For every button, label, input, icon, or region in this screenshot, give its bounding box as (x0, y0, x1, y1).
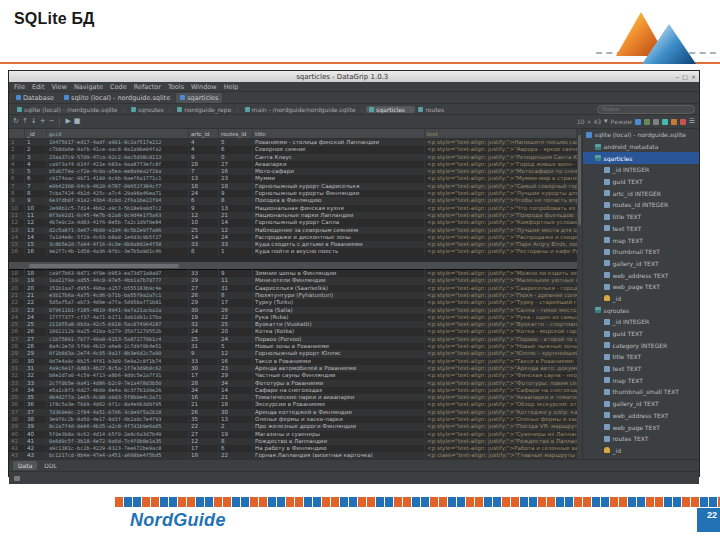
cell-routes-id[interactable]: 16 (219, 358, 253, 365)
cell-id[interactable]: 3 (25, 154, 47, 161)
cell-artc-id[interactable]: 29 (189, 299, 219, 306)
table-row[interactable]: 1 1 19475017-ed17-4adf-a901-8c2af517e212… (9, 139, 577, 146)
cell-artc-id[interactable]: 27 (189, 431, 219, 438)
cell-guid[interactable]: e5a1c8f3-6d27-4b90-8e4a-0c3f7b1d9e26 (47, 387, 189, 394)
cell-text[interactable]: <p style="text-align: justify;">"Финская… (425, 372, 577, 379)
cell-id[interactable]: 23 (25, 307, 47, 314)
cell-routes-id[interactable]: 34 (219, 380, 253, 387)
cell-routes-id[interactable]: 6 (219, 146, 253, 153)
cell-text[interactable]: <p style="text-align: justify;">"Коттедж… (425, 409, 577, 416)
cell-text[interactable]: <p style="text-align: justify;">"Обзор э… (425, 401, 577, 408)
cell-routes-id[interactable]: 24 (219, 234, 253, 241)
cell-title[interactable]: Рождество в Лапландии (253, 438, 425, 445)
cell-id[interactable]: 34 (25, 387, 47, 394)
cell-guid[interactable]: 19475017-ed17-4adf-a901-8c2af517e212 (47, 139, 189, 146)
cell-text[interactable]: <p class="text-align: justify;">"Главные… (425, 452, 577, 459)
cell-routes-id[interactable]: 6 (219, 445, 253, 452)
tree-item[interactable]: map TEXT (583, 374, 700, 386)
cell-routes-id[interactable]: 1 (219, 248, 253, 255)
cell-artc-id[interactable]: 26 (189, 409, 219, 416)
cell-title[interactable]: Экскурсии в Рованиеми (253, 401, 425, 408)
cell-title[interactable]: Зимние шины в Финляндии (253, 270, 425, 277)
table-row[interactable]: 24 24 17f77377-cf37-4a71-b171-3ab1d91c17… (9, 314, 577, 321)
cell-artc-id[interactable]: 30 (189, 365, 219, 372)
table-row[interactable]: 26 26 10022129-9a25-41ba-b279-35b7127055… (9, 328, 577, 335)
cell-text[interactable]: <p style="text-align: justify;">"Природа… (425, 212, 577, 219)
cell-artc-id[interactable]: 18 (189, 452, 219, 459)
cell-routes-id[interactable]: 9 (219, 270, 253, 277)
cell-guid[interactable]: 6e3fdb0f-91a2-43b4-8c0d-2f6a1be22f04 (47, 197, 189, 204)
cell-routes-id[interactable]: 9 (219, 190, 253, 197)
grid-header-routes-id[interactable]: routes_id (219, 129, 253, 138)
cell-guid[interactable]: 3e9f6c2b-8a50-4e17-8d3f-6b2a0c7e4f93 (47, 416, 189, 423)
cell-artc-id[interactable]: 33 (189, 241, 219, 248)
grid-header-rownum[interactable] (9, 129, 25, 138)
cell-text[interactable]: <p style="text-align: justify;">"Аврора … (425, 146, 577, 153)
table-row[interactable]: 39 39 8c2a7f4d-0e96-4b35-a2c8-4f7d1b9e6a… (9, 423, 577, 430)
table-row[interactable]: 38 38 3e9f6c2b-8a50-4e17-8d3f-6b2a0c7e4f… (9, 416, 577, 423)
cell-title[interactable]: Пюхятунтури (Pyhätunturi) (253, 292, 425, 299)
menu-item[interactable]: Window (191, 83, 217, 91)
cell-artc-id[interactable]: 19 (189, 314, 219, 321)
cell-title[interactable]: Новые зоны в Рованиеми (253, 343, 425, 350)
cell-routes-id[interactable]: 18 (219, 183, 253, 190)
menu-item[interactable]: Help (224, 83, 239, 91)
cell-artc-id[interactable]: 8 (189, 248, 219, 255)
table-row[interactable]: 42 42 a9c1381c-bc2b-4229-8323-7ee672be9a… (9, 445, 577, 452)
cell-artc-id[interactable]: 9 (189, 154, 219, 161)
stop-icon[interactable]: ■ (74, 118, 81, 125)
cell-routes-id[interactable]: 13 (219, 205, 253, 212)
table-row[interactable]: 10 10 2e68b1c5-7d14-4b62-a9c3-5b18e9a0d7… (9, 205, 577, 212)
cell-artc-id[interactable]: 28 (189, 161, 219, 168)
up-icon[interactable]: ↑ (22, 118, 28, 125)
cell-text[interactable]: <p style="text-align: justify;">"Аквапар… (425, 394, 577, 401)
cell-title[interactable]: Аренда автомобилей в Рованиеми (253, 365, 425, 372)
cell-title[interactable]: Турку (Turku) (253, 299, 425, 306)
cell-artc-id[interactable]: 10 (189, 219, 219, 226)
cell-title[interactable]: Частные сауны Финляндии (253, 372, 425, 379)
table-row[interactable]: 15 15 3c8b5e2d-7a94-4f16-9c3e-6b0a8d2e4f… (9, 241, 577, 248)
cell-guid[interactable]: 2e68b1c5-7d14-4b62-a9c3-5b18e9a0d7c2 (47, 205, 189, 212)
tree-item[interactable]: web_address TEXT (583, 410, 700, 422)
tree-item[interactable]: _id (583, 293, 700, 305)
cell-text[interactable]: <p style="text-align: justify;">"Поезда … (425, 423, 577, 430)
cell-text[interactable]: <p style="text-align: justify;">"Вуокатт… (425, 321, 577, 328)
cell-text[interactable]: <p style="text-align: justify;">"Оленьи … (425, 416, 577, 423)
table-row[interactable]: 35 35 9b4d2f7a-1e65-4c08-a9d3-5f8b0e4c2a… (9, 394, 577, 401)
tree-item[interactable]: web_page TEXT (583, 281, 700, 293)
cell-routes-id[interactable]: 23 (219, 175, 253, 182)
cell-guid[interactable]: 23aa37c9-57d9-47ca-92c2-9ac5d38c0113 (47, 154, 189, 161)
cell-text[interactable]: <p style="text-align: justify;">Напишите… (425, 139, 577, 146)
table-row[interactable]: 37 37 7d3b9e0c-2f84-4a51-b7d6-3c0e9f5a2b… (9, 409, 577, 416)
table-row[interactable]: 40 40 5f0e3b8a-9c62-4d14-b5f0-2e8c6a3d7b… (9, 431, 577, 438)
cell-id[interactable]: 5 (25, 168, 47, 175)
table-row[interactable]: 27 27 c1b75891-7b77-49a0-9153-5a871770b1… (9, 336, 577, 343)
cell-guid[interactable]: a9c1381c-bc2b-4229-8323-7ee672be9ac8 (47, 445, 189, 452)
cell-guid[interactable]: 17f77377-cf37-4a71-b171-3ab1d91c17ba (47, 314, 189, 321)
cell-id[interactable]: 16 (25, 248, 47, 255)
cell-title[interactable]: Рука (Ruka) (253, 314, 425, 321)
table-row[interactable]: 3 3 23aa37c9-57d9-47ca-92c2-9ac5d38c0113… (9, 154, 577, 161)
table-row[interactable]: 11 11 8f3a92d1-6c45-4e7b-b2a8-0c9d4e1f5a… (9, 212, 577, 219)
cell-id[interactable]: 29 (25, 350, 47, 357)
cell-artc-id[interactable]: 4 (189, 146, 219, 153)
tree-item[interactable]: sqlite (local) - nordguide.sqlite (583, 129, 700, 141)
cell-routes-id[interactable]: 12 (219, 227, 253, 234)
cell-text[interactable]: <p style="text-align: justify;">Чтобы не… (425, 197, 577, 204)
cell-text[interactable]: <p style="text-align: justify;">"Пюхя - … (425, 292, 577, 299)
cell-title[interactable]: Национальные парки Лапландии (253, 212, 425, 219)
cell-title[interactable]: Национальная финская кухня (253, 205, 425, 212)
cell-id[interactable]: 35 (25, 394, 47, 401)
cell-guid[interactable]: 3c8b5e2d-7a94-4f16-9c3e-6b0a8d2e4f58 (47, 241, 189, 248)
table-row[interactable]: 7 7 e9b42368-64c9-4620-b787-09652f384cf7… (9, 183, 577, 190)
cell-routes-id[interactable]: 20 (219, 328, 253, 335)
cell-id[interactable]: 18 (25, 270, 47, 277)
cell-artc-id[interactable]: 14 (189, 234, 219, 241)
cell-id[interactable]: 10 (25, 205, 47, 212)
tree-item[interactable]: thumbnail TEXT (583, 246, 700, 258)
window-titlebar[interactable]: sqarticles - DataGrip 1.0.3 ‒ ▢ × (9, 71, 699, 82)
cell-routes-id[interactable]: 24 (219, 336, 253, 343)
page-size-label[interactable]: 10 × 43 (577, 118, 601, 125)
cell-guid[interactable]: 8f3a92d1-6c45-4e7b-b2a8-0c9d4e1f5a63 (47, 212, 189, 219)
cell-text[interactable]: <p style="text-align: justify;">"Новые л… (425, 343, 577, 350)
